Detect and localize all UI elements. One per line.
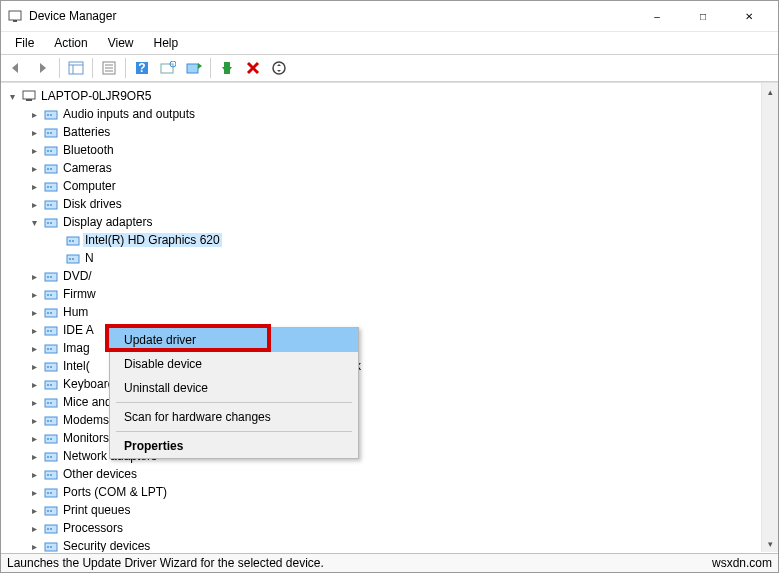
tree-item-label: Cameras [61, 161, 114, 175]
svg-rect-0 [9, 11, 21, 20]
chevron-down-icon[interactable]: ▾ [27, 217, 41, 228]
disable-icon[interactable] [267, 57, 291, 79]
chevron-right-icon[interactable]: ▸ [27, 469, 41, 480]
chevron-right-icon[interactable]: ▸ [27, 307, 41, 318]
back-button[interactable] [5, 57, 29, 79]
device-tree[interactable]: ▾ LAPTOP-0LJR9OR5 ▸Audio inputs and outp… [1, 83, 778, 552]
tree-item[interactable]: ▸Other devices [3, 465, 776, 483]
menu-bar: File Action View Help [1, 31, 778, 54]
chevron-right-icon[interactable]: ▸ [27, 325, 41, 336]
ctx-disable-device[interactable]: Disable device [110, 352, 358, 376]
menu-help[interactable]: Help [146, 34, 187, 52]
tree-item[interactable]: Intel(R) HD Graphics 620 [3, 231, 776, 249]
tree-item[interactable]: ▸Computer [3, 177, 776, 195]
chevron-right-icon[interactable]: ▸ [27, 127, 41, 138]
tree-root[interactable]: ▾ LAPTOP-0LJR9OR5 [3, 87, 776, 105]
device-icon [43, 376, 59, 392]
svg-point-97 [50, 528, 52, 530]
svg-point-100 [50, 546, 52, 548]
tree-item[interactable]: ▸Ports (COM & LPT) [3, 483, 776, 501]
svg-point-72 [47, 384, 49, 386]
chevron-right-icon[interactable]: ▸ [27, 379, 41, 390]
chevron-down-icon[interactable]: ▾ [5, 91, 19, 102]
scroll-down-icon[interactable]: ▾ [762, 535, 778, 552]
tree-item[interactable]: ▸Disk drives [3, 195, 776, 213]
status-text: Launches the Update Driver Wizard for th… [7, 556, 324, 570]
toolbar-separator [125, 58, 126, 78]
tree-item[interactable]: N [3, 249, 776, 267]
maximize-button[interactable]: □ [680, 1, 726, 31]
chevron-right-icon[interactable]: ▸ [27, 415, 41, 426]
chevron-right-icon[interactable]: ▸ [27, 163, 41, 174]
device-icon [43, 160, 59, 176]
chevron-right-icon[interactable]: ▸ [27, 487, 41, 498]
svg-point-61 [50, 312, 52, 314]
device-icon [43, 196, 59, 212]
tree-item[interactable]: ▸Batteries [3, 123, 776, 141]
enable-icon[interactable] [215, 57, 239, 79]
tree-item[interactable]: ▸Bluetooth [3, 141, 776, 159]
chevron-right-icon[interactable]: ▸ [27, 109, 41, 120]
svg-point-54 [47, 276, 49, 278]
chevron-right-icon[interactable]: ▸ [27, 289, 41, 300]
svg-point-87 [47, 474, 49, 476]
svg-rect-24 [23, 91, 35, 99]
ctx-separator [116, 431, 352, 432]
svg-rect-15 [187, 64, 198, 73]
watermark: wsxdn.com [712, 556, 772, 570]
tree-item[interactable]: ▾Display adapters [3, 213, 776, 231]
show-hidden-icon[interactable] [64, 57, 88, 79]
svg-point-57 [47, 294, 49, 296]
scroll-up-icon[interactable]: ▴ [762, 83, 778, 100]
device-icon [43, 124, 59, 140]
tree-item[interactable]: ▸Hum [3, 303, 776, 321]
svg-point-42 [47, 204, 49, 206]
properties-icon[interactable] [97, 57, 121, 79]
tree-item[interactable]: ▸Print queues [3, 501, 776, 519]
svg-rect-13 [161, 64, 173, 73]
menu-file[interactable]: File [7, 34, 42, 52]
forward-button[interactable] [31, 57, 55, 79]
chevron-right-icon[interactable]: ▸ [27, 541, 41, 552]
svg-point-28 [50, 114, 52, 116]
svg-point-43 [50, 204, 52, 206]
chevron-right-icon[interactable]: ▸ [27, 181, 41, 192]
chevron-right-icon[interactable]: ▸ [27, 343, 41, 354]
chevron-right-icon[interactable]: ▸ [27, 433, 41, 444]
tree-item[interactable]: ▸Cameras [3, 159, 776, 177]
chevron-right-icon[interactable]: ▸ [27, 505, 41, 516]
help-icon[interactable]: ? [130, 57, 154, 79]
chevron-right-icon[interactable]: ▸ [27, 271, 41, 282]
menu-action[interactable]: Action [46, 34, 95, 52]
chevron-right-icon[interactable]: ▸ [27, 451, 41, 462]
ctx-uninstall-device[interactable]: Uninstall device [110, 376, 358, 400]
ctx-properties[interactable]: Properties [110, 434, 358, 458]
tree-item[interactable]: ▸Audio inputs and outputs [3, 105, 776, 123]
uninstall-icon[interactable] [241, 57, 265, 79]
svg-point-64 [50, 330, 52, 332]
chevron-right-icon[interactable]: ▸ [27, 397, 41, 408]
tree-item[interactable]: ▸Security devices [3, 537, 776, 552]
tree-item[interactable]: ▸Firmw [3, 285, 776, 303]
svg-point-31 [50, 132, 52, 134]
svg-point-91 [50, 492, 52, 494]
chevron-right-icon[interactable]: ▸ [27, 145, 41, 156]
minimize-button[interactable]: – [634, 1, 680, 31]
chevron-right-icon[interactable]: ▸ [27, 361, 41, 372]
ctx-scan-hardware[interactable]: Scan for hardware changes [110, 405, 358, 429]
device-icon [43, 448, 59, 464]
scan-icon[interactable] [156, 57, 180, 79]
menu-view[interactable]: View [100, 34, 142, 52]
tree-item[interactable]: ▸DVD/ [3, 267, 776, 285]
svg-marker-22 [277, 64, 281, 66]
svg-point-21 [273, 62, 285, 74]
tree-item-label: Display adapters [61, 215, 154, 229]
close-button[interactable]: ✕ [726, 1, 772, 31]
chevron-right-icon[interactable]: ▸ [27, 199, 41, 210]
update-driver-icon[interactable] [182, 57, 206, 79]
tree-item[interactable]: ▸Processors [3, 519, 776, 537]
chevron-right-icon[interactable]: ▸ [27, 523, 41, 534]
vertical-scrollbar[interactable]: ▴ ▾ [761, 83, 778, 552]
device-icon [43, 412, 59, 428]
ctx-update-driver[interactable]: Update driver [110, 328, 358, 352]
